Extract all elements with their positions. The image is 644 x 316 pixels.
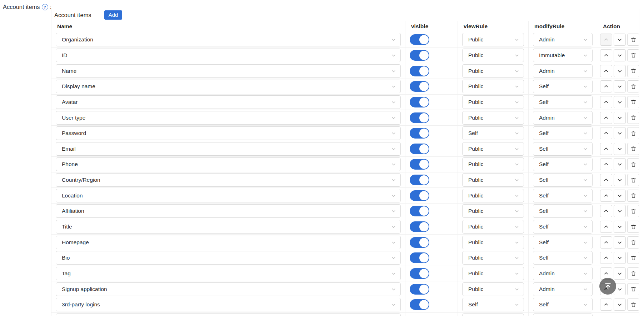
viewrule-select[interactable]: Public bbox=[462, 142, 524, 156]
modifyrule-select[interactable]: Self bbox=[533, 95, 593, 109]
visible-switch[interactable] bbox=[410, 221, 429, 232]
add-button[interactable]: Add bbox=[104, 10, 123, 20]
delete-button[interactable] bbox=[627, 283, 639, 295]
viewrule-select[interactable] bbox=[462, 314, 524, 316]
move-down-button[interactable] bbox=[614, 252, 626, 264]
move-down-button[interactable] bbox=[614, 236, 626, 249]
move-down-button[interactable] bbox=[614, 174, 626, 186]
modifyrule-select[interactable]: Self bbox=[533, 204, 593, 218]
name-select[interactable]: Email bbox=[56, 142, 401, 156]
modifyrule-select[interactable]: Self bbox=[533, 298, 593, 311]
back-to-top-button[interactable] bbox=[599, 278, 616, 295]
move-up-button[interactable] bbox=[600, 158, 612, 170]
visible-switch[interactable] bbox=[410, 299, 429, 310]
delete-button[interactable] bbox=[627, 143, 639, 155]
visible-switch[interactable] bbox=[410, 144, 429, 154]
modifyrule-select[interactable]: Admin bbox=[533, 64, 593, 78]
move-up-button[interactable] bbox=[600, 221, 612, 233]
delete-button[interactable] bbox=[627, 34, 639, 46]
delete-button[interactable] bbox=[627, 221, 639, 233]
move-down-button[interactable] bbox=[614, 205, 626, 217]
visible-switch[interactable] bbox=[410, 284, 429, 295]
move-up-button[interactable] bbox=[600, 112, 612, 124]
modifyrule-select[interactable]: Self bbox=[533, 251, 593, 265]
name-select[interactable]: Homepage bbox=[56, 236, 401, 249]
move-down-button[interactable] bbox=[614, 34, 626, 46]
visible-switch[interactable] bbox=[410, 175, 429, 185]
visible-switch[interactable] bbox=[410, 97, 429, 107]
modifyrule-select[interactable]: Self bbox=[533, 173, 593, 187]
move-down-button[interactable] bbox=[614, 49, 626, 61]
visible-switch[interactable] bbox=[410, 66, 429, 76]
viewrule-select[interactable]: Public bbox=[462, 236, 524, 249]
delete-button[interactable] bbox=[627, 299, 639, 311]
move-down-button[interactable] bbox=[614, 143, 626, 155]
visible-switch[interactable] bbox=[410, 237, 429, 248]
viewrule-select[interactable]: Public bbox=[462, 204, 524, 218]
name-select[interactable]: Location bbox=[56, 189, 401, 202]
question-circle-icon[interactable]: ? bbox=[42, 4, 48, 10]
delete-button[interactable] bbox=[627, 158, 639, 170]
move-down-button[interactable] bbox=[614, 158, 626, 170]
delete-button[interactable] bbox=[627, 112, 639, 124]
name-select[interactable]: 3rd-party logins bbox=[56, 298, 401, 311]
name-select[interactable]: Organization bbox=[56, 33, 401, 46]
modifyrule-select[interactable]: Self bbox=[533, 142, 593, 156]
move-up-button[interactable] bbox=[600, 205, 612, 217]
viewrule-select[interactable]: Public bbox=[462, 282, 524, 296]
move-down-button[interactable] bbox=[614, 190, 626, 202]
modifyrule-select[interactable]: Self bbox=[533, 189, 593, 202]
move-down-button[interactable] bbox=[614, 80, 626, 92]
viewrule-select[interactable]: Public bbox=[462, 95, 524, 109]
viewrule-select[interactable]: Public bbox=[462, 220, 524, 234]
name-select[interactable] bbox=[56, 314, 401, 316]
name-select[interactable]: Phone bbox=[56, 157, 401, 171]
modifyrule-select[interactable]: Self bbox=[533, 80, 593, 93]
move-up-button[interactable] bbox=[600, 127, 612, 139]
delete-button[interactable] bbox=[627, 80, 639, 92]
move-up-button[interactable] bbox=[600, 34, 612, 46]
move-up-button[interactable] bbox=[600, 65, 612, 77]
move-up-button[interactable] bbox=[600, 190, 612, 202]
delete-button[interactable] bbox=[627, 127, 639, 139]
visible-switch[interactable] bbox=[410, 159, 429, 170]
visible-switch[interactable] bbox=[410, 112, 429, 123]
move-down-button[interactable] bbox=[614, 65, 626, 77]
viewrule-select[interactable]: Self bbox=[462, 126, 524, 140]
delete-button[interactable] bbox=[627, 49, 639, 61]
move-up-button[interactable] bbox=[600, 299, 612, 311]
modifyrule-select[interactable]: Self bbox=[533, 157, 593, 171]
modifyrule-select[interactable]: Admin bbox=[533, 267, 593, 280]
modifyrule-select[interactable]: Self bbox=[533, 220, 593, 234]
move-up-button[interactable] bbox=[600, 236, 612, 249]
delete-button[interactable] bbox=[627, 205, 639, 217]
visible-switch[interactable] bbox=[410, 34, 429, 45]
modifyrule-select[interactable]: Self bbox=[533, 236, 593, 249]
visible-switch[interactable] bbox=[410, 190, 429, 201]
delete-button[interactable] bbox=[627, 190, 639, 202]
move-up-button[interactable] bbox=[600, 174, 612, 186]
delete-button[interactable] bbox=[627, 65, 639, 77]
move-down-button[interactable] bbox=[614, 267, 626, 280]
move-down-button[interactable] bbox=[614, 299, 626, 311]
move-up-button[interactable] bbox=[600, 96, 612, 108]
delete-button[interactable] bbox=[627, 174, 639, 186]
viewrule-select[interactable]: Public bbox=[462, 189, 524, 202]
name-select[interactable]: ID bbox=[56, 49, 401, 62]
viewrule-select[interactable]: Public bbox=[462, 49, 524, 62]
delete-button[interactable] bbox=[627, 96, 639, 108]
name-select[interactable]: Tag bbox=[56, 267, 401, 280]
viewrule-select[interactable]: Self bbox=[462, 298, 524, 311]
viewrule-select[interactable]: Public bbox=[462, 157, 524, 171]
name-select[interactable]: Name bbox=[56, 64, 401, 78]
viewrule-select[interactable]: Public bbox=[462, 173, 524, 187]
move-down-button[interactable] bbox=[614, 96, 626, 108]
name-select[interactable]: Avatar bbox=[56, 95, 401, 109]
visible-switch[interactable] bbox=[410, 81, 429, 92]
move-down-button[interactable] bbox=[614, 221, 626, 233]
visible-switch[interactable] bbox=[410, 252, 429, 263]
modifyrule-select[interactable]: Admin bbox=[533, 33, 593, 46]
move-up-button[interactable] bbox=[600, 143, 612, 155]
visible-switch[interactable] bbox=[410, 206, 429, 216]
delete-button[interactable] bbox=[627, 252, 639, 264]
